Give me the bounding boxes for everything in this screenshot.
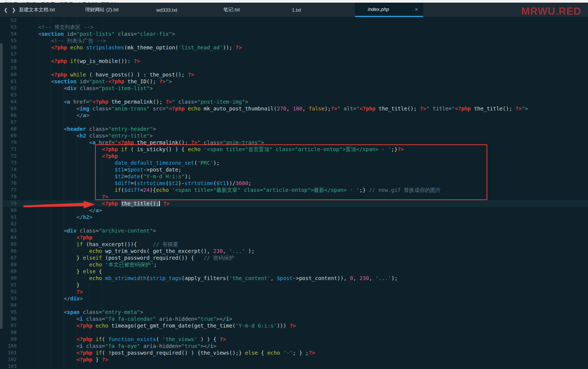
keyword-token: echo (92, 323, 112, 329)
plain-token: ; (248, 180, 251, 186)
markup-token: > (229, 316, 232, 322)
markup-token: > (153, 228, 156, 234)
tab[interactable]: 理财网站 (2).txt (69, 3, 134, 17)
string-token: "fa fa-calendar" (105, 316, 156, 322)
php-delimiter-token: <?php (169, 106, 184, 112)
string-token: " (197, 139, 200, 145)
menu-item[interactable]: 项目(P) (59, 1, 74, 3)
code-line: 68 <header class="entry-header"> (0, 126, 588, 132)
plain-token: the_ID(); (124, 78, 159, 84)
code-line: 63 (0, 92, 588, 98)
php-delimiter-token: ?> (398, 146, 404, 152)
plain-token: the_permalink(); (108, 99, 166, 105)
menu-item[interactable]: 帮助(H) (101, 1, 117, 3)
markup-token: > (261, 139, 264, 145)
code-text: </h2> (26, 214, 92, 220)
code-line: 62 <div class="post-item-list"> (0, 85, 588, 92)
php-delimiter-token: ?> (515, 106, 522, 112)
tab-active[interactable]: index.php× (355, 3, 423, 17)
code-line: 95 <span class="entry-meta"> (0, 309, 588, 315)
code-line: 87 } elseif (post_password_required()) {… (0, 254, 588, 261)
menu-item[interactable]: 编辑(E) (3, 1, 18, 3)
code-text: </div> (26, 295, 83, 302)
menu-item[interactable]: 工具(T) (41, 1, 55, 3)
plain-token: ); (184, 173, 191, 179)
code-line: 96 <i class="fa fa-calendar" aria-hidden… (0, 315, 588, 322)
variable-token: $diff (26, 180, 130, 186)
tag-token: i (226, 316, 229, 322)
function-token: stripslashes (86, 44, 124, 51)
plain-token: ;} (359, 187, 369, 193)
code-line: 74 $t1=$post->post_date; (0, 166, 588, 173)
php-delimiter-token: <?php (26, 153, 118, 159)
string-token: "post-lists" (77, 31, 115, 37)
code-text: <?php (26, 234, 92, 241)
plain-token: ( (213, 180, 216, 186)
string-token: "post-item-img" (197, 99, 245, 105)
comment-token: <!-- 列表头广告 --> (26, 38, 106, 44)
code-line: 80 </a> (0, 207, 588, 214)
string-token: " (89, 99, 92, 105)
string-token: "true" (197, 316, 216, 322)
function-token: mb_strimwidth (105, 275, 147, 281)
string-token: "fa fa-eye" (105, 343, 140, 349)
code-text: <div class="post-item-list"> (26, 85, 153, 92)
tag-token: section (54, 78, 77, 84)
code-text: <?php (26, 153, 118, 159)
string-token: "archive-content" (99, 228, 153, 234)
code-text: <header class="entry-header"> (26, 126, 156, 132)
php-delimiter-token: <?php (359, 106, 375, 112)
string-token: "entry-header" (108, 126, 153, 132)
code-line: 72 <?php (0, 153, 588, 159)
scrollbar-thumb[interactable] (0, 43, 3, 329)
code-text: <img class="anim-trans" src="<?php echo … (26, 105, 528, 112)
tab[interactable]: 新建文本文档.txt (5, 3, 69, 17)
string-token: "entry-meta" (102, 309, 140, 315)
string-token: 'the_views' (162, 336, 197, 342)
code-line: 58 <?php if(wp_is_mobile()): ?> (0, 58, 588, 64)
keyword-token: echo (26, 248, 105, 254)
code-line: 70 <a href="<?php the_permalink(); ?>" c… (0, 139, 588, 146)
code-text: <i class="fa fa-calendar" aria-hidden="t… (26, 315, 232, 322)
tab[interactable]: wd333.txt (134, 3, 199, 17)
menu-item[interactable]: 自定义(M) (78, 1, 98, 3)
number-token: 230 (359, 275, 369, 281)
code-line: 103 (0, 363, 588, 369)
plain-token: ); (213, 160, 220, 166)
tab-bar: ❮ ❯ 新建文本文档.txt理财网站 (2).txtwd333.txt笔记.tx… (0, 3, 588, 17)
menu-item[interactable]: 转到(G) (22, 1, 37, 3)
plain-token: { (258, 350, 267, 356)
close-icon[interactable]: × (415, 6, 418, 12)
tag-token: div (67, 228, 77, 234)
markup-token: > (213, 343, 216, 349)
plain-token (118, 201, 121, 207)
string-token: "anim-trans" (112, 106, 150, 112)
markup-token: class= (83, 316, 105, 322)
function-token: function_exists (108, 336, 156, 342)
markup-token: href= (95, 139, 115, 145)
tab[interactable]: 笔记.txt (199, 3, 264, 17)
selected-text: the_title(); (121, 201, 159, 207)
code-line: 59 (0, 64, 588, 71)
php-delimiter-token: <?php (26, 357, 92, 363)
tab-label: 笔记.txt (223, 6, 239, 13)
code-editor[interactable]: 5253 <!-- 博文列表区 -->54 <section id="post-… (0, 17, 588, 369)
keyword-token: else (245, 350, 258, 356)
string-token: 'the_content' (229, 275, 270, 281)
plain-token: ); (324, 106, 331, 112)
code-line: 79 <?php the_title(); ?> (0, 200, 588, 207)
php-delimiter-token: ?> (26, 289, 83, 295)
variable-token: $t1 (216, 180, 226, 186)
code-line: 99 <?php if( function_exists( 'the_views… (0, 336, 588, 343)
string-token: 'list_head_ad' (178, 44, 223, 51)
left-scrollbar[interactable] (0, 17, 3, 369)
tab[interactable]: 1.txt (264, 3, 329, 17)
keyword-token: echo (185, 106, 204, 112)
markup-token: alt= (341, 106, 356, 112)
code-line: 67 (0, 119, 588, 126)
plain-token: )- (178, 180, 185, 186)
function-token: strtotime (137, 180, 166, 186)
string-token: 'Y-m-d G:i:s' (235, 323, 277, 329)
plain-token: ->post_date; (143, 167, 181, 173)
markup-token: class= (201, 139, 223, 145)
